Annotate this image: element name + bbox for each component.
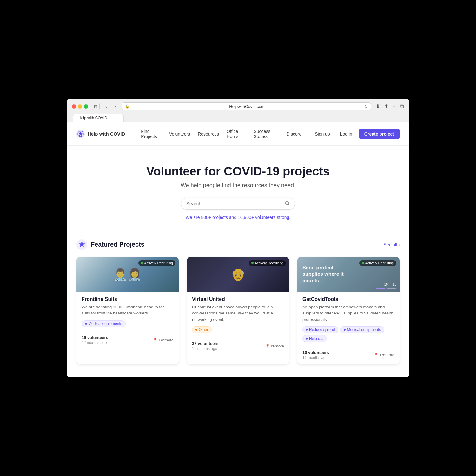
project-card-virtual-united[interactable]: Actively Recruiting Virtual United Our v… [187,257,289,365]
tag-dot [85,323,87,325]
card-tags-1: Medical equipments [82,320,174,327]
location-text-2: remote [271,344,284,348]
search-icon [285,201,290,207]
logo[interactable]: Help with COVID [76,129,125,138]
featured-section: Featured Projects See all › Actively Rec… [67,236,409,378]
card-body-1: Frontline Suits We are donating 1000+ wa… [76,292,179,349]
card-title-1: Frontline Suits [82,296,174,302]
location-info-1: 📍 Remote [153,338,174,342]
project-card-frontline-suits[interactable]: Actively Recruiting Frontline Suits We a… [76,257,179,365]
sidebar-toggle-button[interactable]: ⊡ [92,103,100,110]
forward-button[interactable]: › [113,103,118,109]
recruiting-dot [141,262,143,264]
card-desc-1: We are donating 1000+ washable head to t… [82,304,174,316]
community-stats[interactable]: We are 800+ projects and 16,900+ volunte… [73,215,403,220]
card-image-tools: Send protect supplies where it counts Ac… [297,257,400,292]
volunteers-info-1: 19 volunteers 12 months ago [82,335,108,345]
section-title: Featured Projects [91,241,144,248]
progress-bar-area: 10 10 [376,283,396,289]
recruiting-dot-3 [362,262,364,264]
recruiting-badge-3: Actively Recruiting [359,260,396,266]
tag-other[interactable]: Other [192,326,212,333]
browser-actions: ⬇ ⬆ + ⧉ [375,103,404,110]
card-desc-2: Our virtual event space allows people to… [192,304,284,323]
close-button[interactable] [72,104,76,109]
tag-medical-equipment[interactable]: Medical equipments [82,320,126,327]
location-icon-2: 📍 [265,344,270,348]
maximize-button[interactable] [84,104,88,109]
volunteers-count-2: 37 volunteers [192,341,219,346]
tag-dot-3b [344,329,346,331]
hero-section: Volunteer for COVID-19 projects We help … [67,146,409,236]
chevron-right-icon: › [398,242,400,247]
location-info-3: 📍 Remote [374,353,394,357]
card-title-2: Virtual United [192,296,284,302]
logo-text: Help with COVID [88,131,125,136]
card-tags-3: Reduce spread Medical equipments Help o.… [302,326,394,342]
see-all-link[interactable]: See all › [384,242,400,247]
projects-grid: Actively Recruiting Frontline Suits We a… [76,257,400,365]
tag-dot-other [195,329,197,331]
recruiting-dot-2 [251,262,254,264]
volunteers-count-1: 19 volunteers [82,335,108,340]
minimize-button[interactable] [78,104,82,109]
nav-right: Sign up Log in Create project [311,129,400,139]
location-info-2: 📍 remote [265,344,284,348]
nav-links: Find Projects Volunteers Resources Offic… [138,127,305,141]
tabs-button[interactable]: ⧉ [400,103,404,110]
progress-label-1: 10 [384,283,388,286]
card-footer-2: 37 volunteers 11 months ago 📍 remote [192,338,284,351]
time-ago-1: 12 months ago [82,340,108,345]
traffic-lights [72,104,88,109]
progress-labels: 10 10 [384,283,396,286]
location-text-1: Remote [159,338,174,342]
url-text: HelpwithCovid.com [131,104,362,109]
download-button[interactable]: ⬇ [375,103,380,110]
log-in-button[interactable]: Log in [336,129,356,138]
share-button[interactable]: ⬆ [384,103,389,110]
site-content: Help with COVID Find Projects Volunteers… [67,122,409,378]
back-button[interactable]: ‹ [103,103,109,109]
browser-tabs: Help with COVID [72,114,404,122]
card-title-3: GetCovidTools [302,296,394,302]
progress-bars [376,288,396,289]
nav-discord[interactable]: Discord [283,129,305,138]
location-icon-3: 📍 [374,353,379,357]
location-text-3: Remote [380,353,394,357]
progress-bar-empty [387,288,396,289]
search-input[interactable] [186,201,285,206]
nav-find-projects[interactable]: Find Projects [138,127,165,141]
svg-line-3 [288,204,289,205]
section-header: Featured Projects See all › [76,239,400,250]
volunteers-info-2: 37 volunteers 11 months ago [192,341,219,351]
tag-reduce-spread[interactable]: Reduce spread [302,326,338,333]
nav-volunteers[interactable]: Volunteers [166,129,193,138]
featured-star-icon [76,239,88,250]
refresh-icon[interactable]: ↻ [364,104,368,109]
nav-resources[interactable]: Resources [195,129,222,138]
card-image-virtual: Actively Recruiting [187,257,289,292]
sign-up-button[interactable]: Sign up [311,129,334,138]
browser-controls: ⊡ ‹ › 🔒 HelpwithCovid.com ↻ ⬇ ⬆ + ⧉ [72,102,404,110]
new-tab-button[interactable]: + [392,103,396,110]
recruiting-badge-2: Actively Recruiting [249,260,286,266]
tag-dot-3c [306,338,308,340]
volunteers-count-3: 10 volunteers [302,350,329,355]
card-tags-2: Other [192,326,284,333]
lock-icon: 🔒 [125,104,129,109]
tag-help[interactable]: Help o... [302,335,327,342]
tag-medical-equip-3[interactable]: Medical equipments [340,326,384,333]
active-tab[interactable]: Help with COVID [73,114,124,122]
section-title-area: Featured Projects [76,239,144,250]
browser-window: ⊡ ‹ › 🔒 HelpwithCovid.com ↻ ⬇ ⬆ + ⧉ Help… [67,99,409,378]
card-body-3: GetCovidTools An open platform that empo… [297,292,400,365]
card-desc-3: An open platform that empowers makers an… [302,304,394,323]
create-project-button[interactable]: Create project [359,129,400,139]
hero-subtitle: We help people find the resources they n… [73,182,403,189]
nav-success-stories[interactable]: Success Stories [250,127,282,141]
project-card-get-covid-tools[interactable]: Send protect supplies where it counts Ac… [297,257,400,365]
card-footer-1: 19 volunteers 12 months ago 📍 Remote [82,332,174,345]
address-bar[interactable]: 🔒 HelpwithCovid.com ↻ [122,102,371,110]
progress-bar-filled [376,288,386,289]
nav-office-hours[interactable]: Office Hours [223,127,249,141]
